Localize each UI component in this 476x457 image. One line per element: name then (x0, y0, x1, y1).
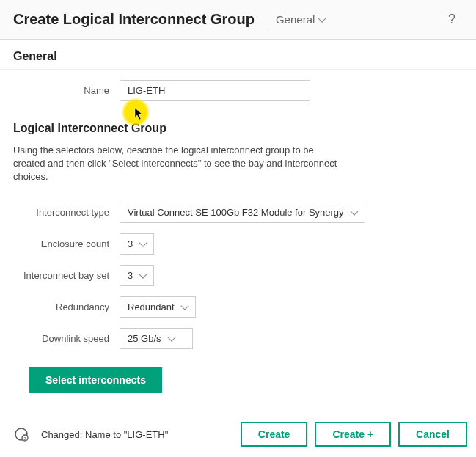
enclosure-count-value: 3 (128, 238, 133, 249)
chevron-down-icon (139, 238, 147, 246)
dialog-header: Create Logical Interconnect Group Genera… (0, 0, 476, 40)
create-plus-button[interactable]: Create + (315, 422, 391, 447)
cancel-button[interactable]: Cancel (398, 422, 467, 447)
interconnect-type-row: Interconnect type Virtual Connect SE 100… (0, 199, 476, 226)
dialog-title: Create Logical Interconnect Group (13, 11, 255, 28)
chevron-down-icon (139, 270, 147, 278)
downlink-speed-row: Downlink speed 25 Gb/s (0, 325, 476, 352)
activity-icon[interactable]: 2 (13, 426, 29, 442)
chevron-down-icon (318, 14, 326, 22)
downlink-speed-label: Downlink speed (13, 333, 120, 344)
select-interconnects-button[interactable]: Select interconnects (29, 367, 162, 393)
chevron-down-icon (350, 207, 358, 215)
enclosure-count-label: Enclosure count (13, 238, 120, 249)
section-dropdown[interactable]: General (268, 9, 332, 30)
interconnect-type-label: Interconnect type (13, 207, 120, 218)
bay-set-row: Interconnect bay set 3 (0, 262, 476, 289)
name-input[interactable] (120, 80, 310, 101)
lig-section-title: Logical Interconnect Group (0, 109, 476, 138)
interconnect-type-select[interactable]: Virtual Connect SE 100Gb F32 Module for … (120, 202, 365, 223)
downlink-speed-value: 25 Gb/s (128, 333, 161, 344)
name-label: Name (13, 85, 120, 96)
lig-description: Using the selectors below, describe the … (0, 138, 352, 194)
enclosure-count-select[interactable]: 3 (120, 233, 154, 255)
status-message: Changed: Name to "LIG-ETH" (41, 429, 233, 440)
interconnect-type-value: Virtual Connect SE 100Gb F32 Module for … (128, 207, 344, 218)
bay-set-select[interactable]: 3 (120, 265, 154, 286)
create-button[interactable]: Create (241, 422, 308, 447)
section-dropdown-label: General (276, 13, 315, 26)
bay-set-value: 3 (128, 270, 133, 281)
help-icon[interactable]: ? (441, 9, 463, 30)
redundancy-value: Redundant (128, 301, 175, 312)
enclosure-count-row: Enclosure count 3 (0, 230, 476, 257)
chevron-down-icon (167, 333, 175, 341)
redundancy-select[interactable]: Redundant (120, 296, 196, 318)
name-row: Name (0, 77, 476, 104)
bay-set-label: Interconnect bay set (13, 270, 120, 281)
redundancy-row: Redundancy Redundant (0, 293, 476, 321)
general-section-title: General (0, 40, 476, 70)
redundancy-label: Redundancy (13, 301, 120, 312)
downlink-speed-select[interactable]: 25 Gb/s (120, 328, 193, 349)
dialog-footer: 2 Changed: Name to "LIG-ETH" Create Crea… (0, 414, 476, 457)
chevron-down-icon (180, 301, 188, 310)
